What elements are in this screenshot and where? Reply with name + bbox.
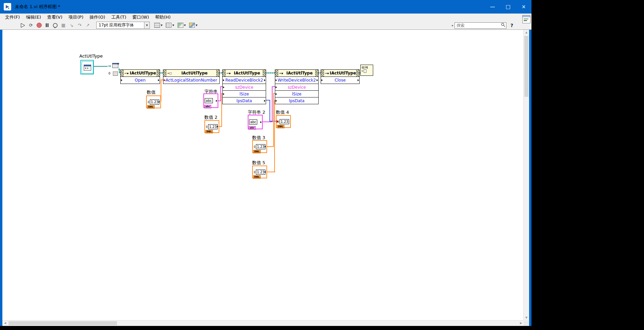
scroll-up-icon[interactable]: ▲ [524,30,529,35]
minimize-button[interactable]: — [485,0,500,14]
menu-item-window[interactable]: 窗口(W) [129,14,152,21]
step-into-button[interactable]: ↘ [68,22,75,29]
vi-icon[interactable] [522,15,530,23]
scroll-right-icon[interactable]: ▶ [518,321,524,326]
close-reference-text: c [362,69,363,73]
close-reference-node[interactable]: 组/绳 c [360,65,373,76]
font-selector[interactable]: 17pt 应用程序字体 ▼ [96,22,150,29]
invoke-node-writedeviceblock2[interactable]: →▪ IActUtlType WriteDeviceBlock2 szDevic… [275,69,319,104]
reorder-button[interactable]: ▼ [189,23,197,28]
search-expander-icon[interactable]: ▸ [452,24,454,27]
resize-objects-button[interactable]: ▼ [178,23,186,28]
wire-numeric3-to-lsize[interactable] [273,93,274,147]
vi-icon-banner [523,16,530,17]
abort-button[interactable] [35,22,43,29]
highlight-execution-button[interactable] [52,22,59,29]
type-tag: DBL [205,130,213,133]
vertical-scrollbar[interactable]: ▲ ▼ [523,30,529,321]
property-row[interactable]: ActLogicalStationNumber [163,77,219,84]
automation-refnum-control[interactable] [80,60,94,74]
numeric-indicator-shuzhi4[interactable]: 1.23 DBL [276,115,291,128]
run-button[interactable] [19,22,26,29]
param-label: szDevice [235,85,254,90]
menu-item-help[interactable]: 帮助(H) [152,14,174,21]
numeric-control-shuzhi2[interactable]: 1.23 DBL [204,120,219,133]
string-control-zifuchuan2[interactable]: abc abc [248,115,263,129]
numeric-control-shuzhi5[interactable]: 1.23 DBL [252,166,267,178]
output-pin [265,146,266,148]
menu-item-file[interactable]: 文件(F) [2,14,23,21]
input-pin [276,100,277,102]
close-button[interactable]: × [516,0,531,14]
method-row-close[interactable]: Close [321,77,359,84]
chevron-down-icon: ▼ [196,24,197,27]
string-control-zifuchuan[interactable]: abc abc [203,93,218,108]
node-class-title: IActUtlType [173,71,216,75]
step-over-button[interactable]: ↷ [76,22,83,29]
method-label: Open [135,78,145,83]
scrollbar-thumb[interactable] [8,321,117,325]
retain-wire-values-button[interactable]: ▦ [60,22,67,29]
menu-item-operate[interactable]: 操作(O) [86,14,108,21]
method-row-open[interactable]: Open [121,77,160,84]
param-label: szDevice [288,85,306,90]
font-selector-value: 17pt 应用程序字体 [97,22,144,28]
param-row-szdevice[interactable]: szDevice [275,84,318,90]
method-row-readdeviceblock2[interactable]: ReadDeviceBlock2 [223,77,266,84]
input-pin [277,120,279,123]
wire-string2-to-szdevice[interactable] [262,122,273,122]
horizontal-scrollbar[interactable]: ◀ ▶ [2,320,524,326]
invoke-node-readdeviceblock2[interactable]: →▪ IActUtlType ReadDeviceBlock2 szDevice… [222,69,266,104]
help-button[interactable]: ? [510,23,513,28]
wire-string-to-szdevice[interactable] [220,86,221,101]
block-diagram-canvas[interactable]: ActUtlType → + 0 [2,30,524,321]
run-continuous-button[interactable]: ⟳ [27,22,35,29]
invoke-node-open[interactable]: →▪ IActUtlType Open [120,69,160,84]
numeric-control-shuzhi3[interactable]: 1.23 DBL [252,140,267,153]
application-window-icon [84,65,91,71]
output-pin [317,79,318,81]
menu-item-tools[interactable]: 工具(T) [108,14,129,21]
close-reference-text: 组/绳 [362,66,372,69]
grid-icon [113,71,118,76]
align-objects-button[interactable]: ▼ [154,23,162,28]
scroll-down-icon[interactable]: ▼ [524,315,529,321]
wire-numeric2-to-lsize[interactable] [221,93,222,127]
invoke-node-close[interactable]: →▪ IActUtlType Close [321,69,360,84]
numeric-control-shuzhi[interactable]: 1.23 DBL [146,95,161,108]
method-row-writedeviceblock2[interactable]: WriteDeviceBlock2 [275,77,318,84]
scrollbar-thumb[interactable] [524,36,528,97]
param-row-lpsdata[interactable]: lpsData [223,97,266,104]
reference-wire[interactable] [265,72,275,73]
param-row-lpsdata[interactable]: lpsData [275,97,318,104]
search-input[interactable] [455,22,506,29]
output-pin [358,79,359,81]
wire-numeric5-to-lpsdata[interactable] [274,100,275,172]
terminal-value: 1.23 [256,170,265,175]
wire-string2-to-szdevice[interactable] [272,86,273,122]
wire-numeric-to-property[interactable] [161,80,163,80]
plus-icon: + [117,62,120,65]
wire-lpsdata-to-indicator[interactable] [269,100,270,122]
step-into-icon: ↘ [70,23,74,28]
chevron-down-icon[interactable]: ▼ [144,22,149,28]
distribute-objects-button[interactable]: ▼ [166,23,174,28]
wire-string2-to-szdevice[interactable] [272,86,275,87]
param-row-lsize[interactable]: lSize [275,90,318,97]
maximize-button[interactable]: □ [500,0,516,14]
step-out-button[interactable]: ↗ [84,22,92,29]
wire-refnum-to-open[interactable] [93,66,107,67]
property-node-actlogicalstationnumber[interactable]: →□ IActUtlType ActLogicalStationNumber [163,69,220,84]
param-row-lsize[interactable]: lSize [223,90,266,97]
pause-button[interactable] [43,22,51,29]
automation-open-node[interactable]: → + 0 [107,63,119,76]
menu-item-edit[interactable]: 编辑(E) [23,14,44,21]
menu-item-view[interactable]: 查看(V) [44,14,65,21]
window-title: 未命名 1.vi 程序框图 * [15,4,60,10]
param-row-szdevice[interactable]: szDevice [223,84,266,90]
menu-item-project[interactable]: 项目(P) [65,14,86,21]
wire-numeric3-to-lsize[interactable] [266,146,274,147]
type-tag: DBL [253,150,261,153]
terminal-value: 1.23 [208,124,218,129]
scroll-left-icon[interactable]: ◀ [2,321,8,326]
